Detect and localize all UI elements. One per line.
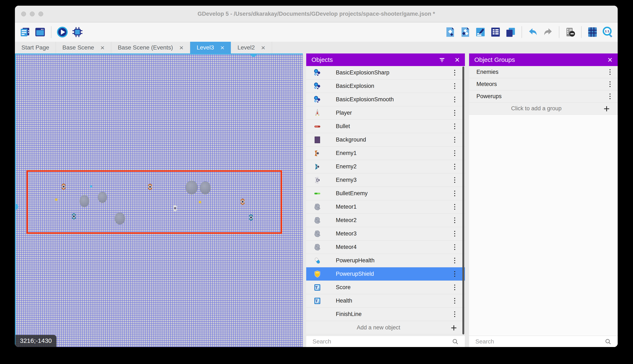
row-menu-icon[interactable]: [453, 256, 457, 265]
object-row-health[interactable]: TxHealth: [306, 294, 465, 308]
row-menu-icon[interactable]: [453, 270, 457, 278]
scene-canvas[interactable]: 3216;-1430: [15, 54, 303, 347]
search-icon[interactable]: [452, 338, 459, 345]
instance-enemy-teal[interactable]: [248, 214, 254, 221]
undo-button[interactable]: [526, 25, 540, 39]
tab-start-page[interactable]: Start Page: [15, 42, 56, 54]
row-menu-icon[interactable]: [453, 122, 457, 131]
object-row-enemy3[interactable]: Enemy3: [306, 174, 465, 187]
row-menu-icon[interactable]: [608, 68, 612, 76]
object-row-bulletenemy[interactable]: BulletEnemy: [306, 187, 465, 200]
redo-button[interactable]: [541, 25, 555, 39]
row-menu-icon[interactable]: [453, 189, 457, 198]
object-row-poweruphealth[interactable]: PowerupHealth: [306, 254, 465, 267]
object-row-meteor3[interactable]: Meteor3: [306, 227, 465, 240]
instance-enemy-orange[interactable]: [61, 183, 67, 190]
project-manager-button[interactable]: [18, 25, 32, 39]
scene-window-button[interactable]: [33, 25, 47, 39]
row-menu-icon[interactable]: [453, 176, 457, 184]
row-menu-icon[interactable]: [453, 283, 457, 292]
object-row-meteor2[interactable]: Meteor2: [306, 214, 465, 227]
vertical-scrollbar[interactable]: [15, 54, 16, 347]
layers-button[interactable]: [504, 25, 517, 39]
plus-icon[interactable]: +: [451, 322, 457, 333]
horizontal-scrollbar-thumb[interactable]: [250, 54, 257, 57]
panel-divider[interactable]: [303, 54, 306, 347]
search-icon[interactable]: [605, 338, 611, 345]
row-menu-icon[interactable]: [453, 229, 457, 238]
instance-meteor[interactable]: [200, 181, 211, 194]
zoom-1-1-button[interactable]: 1:1: [601, 25, 614, 39]
object-row-meteor4[interactable]: Meteor4: [306, 240, 465, 254]
object-row-bullet[interactable]: Bullet: [306, 120, 465, 133]
add-group-row[interactable]: Click to add a group +: [469, 102, 618, 115]
toggle-mask-button[interactable]: [563, 25, 577, 39]
instance-enemy-orange[interactable]: [239, 198, 246, 206]
tab-base-scene-events[interactable]: Base Scene (Events)×: [111, 42, 190, 54]
row-menu-icon[interactable]: [453, 108, 457, 118]
row-menu-icon[interactable]: [453, 149, 457, 158]
objects-editor-button[interactable]: [444, 25, 457, 39]
row-menu-icon[interactable]: [608, 80, 612, 89]
instance-meteor[interactable]: [98, 192, 107, 203]
objects-search-input[interactable]: [312, 338, 452, 345]
objects-list-scrollbar[interactable]: [462, 66, 464, 334]
object-row-powerupshield[interactable]: PowerupShield: [306, 267, 465, 281]
row-menu-icon[interactable]: [453, 310, 457, 319]
object-row-player[interactable]: Player: [306, 106, 465, 120]
group-row-powerups[interactable]: Powerups: [469, 90, 618, 102]
close-panel-icon[interactable]: ×: [607, 56, 612, 64]
row-menu-icon[interactable]: [453, 162, 457, 171]
panel-divider[interactable]: [465, 54, 469, 347]
close-window-icon[interactable]: [21, 12, 26, 16]
row-menu-icon[interactable]: [453, 135, 457, 144]
vertical-scrollbar-thumb[interactable]: [15, 204, 18, 210]
play-preview-button[interactable]: [56, 25, 69, 39]
object-row-basicexplosion[interactable]: BasicExplosion: [306, 80, 465, 93]
plus-icon[interactable]: +: [604, 103, 610, 114]
object-row-basicexplosionsharp[interactable]: BasicExplosionSharp: [306, 66, 465, 80]
group-row-meteors[interactable]: Meteors: [469, 78, 618, 90]
group-row-enemies[interactable]: Enemies: [469, 66, 618, 78]
instances-list-button[interactable]: [489, 25, 502, 39]
instance-meteor[interactable]: [186, 180, 198, 194]
tab-close-icon[interactable]: ×: [100, 44, 105, 51]
tab-level3[interactable]: Level3×: [190, 42, 231, 54]
instance-dot-yellow[interactable]: [55, 198, 58, 201]
object-row-enemy2[interactable]: Enemy2: [306, 160, 465, 174]
object-row-enemy1[interactable]: Enemy1: [306, 146, 465, 160]
instance-enemy-orange[interactable]: [147, 183, 153, 190]
groups-search-input[interactable]: [475, 338, 605, 345]
tab-close-icon[interactable]: ×: [261, 44, 265, 51]
object-row-score[interactable]: TxScore: [306, 281, 465, 294]
row-menu-icon[interactable]: [608, 92, 612, 101]
debug-button[interactable]: [71, 25, 84, 39]
object-row-basicexplosionsmooth[interactable]: BasicExplosionSmooth: [306, 93, 465, 106]
close-panel-icon[interactable]: ×: [455, 56, 460, 64]
row-menu-icon[interactable]: [453, 82, 457, 90]
row-menu-icon[interactable]: [453, 202, 457, 211]
row-menu-icon[interactable]: [453, 68, 457, 77]
filter-icon[interactable]: [438, 56, 446, 64]
row-menu-icon[interactable]: [453, 296, 457, 305]
add-object-row[interactable]: Add a new object +: [306, 321, 465, 334]
instance-dot-cyan[interactable]: [90, 186, 92, 188]
tab-close-icon[interactable]: ×: [220, 44, 225, 51]
horizontal-scrollbar[interactable]: [15, 54, 303, 54]
tab-level2[interactable]: Level2×: [231, 42, 272, 54]
maximize-window-icon[interactable]: [39, 12, 43, 16]
instance-dot-yellow[interactable]: [199, 201, 201, 204]
instance-enemy-gray[interactable]: [172, 204, 178, 212]
object-groups-editor-button[interactable]: [459, 25, 472, 39]
object-row-background[interactable]: Background: [306, 133, 465, 146]
minimize-window-icon[interactable]: [30, 12, 35, 16]
row-menu-icon[interactable]: [453, 216, 457, 225]
object-row-meteor1[interactable]: Meteor1: [306, 200, 465, 214]
properties-button[interactable]: [474, 25, 487, 39]
object-row-finishline[interactable]: FinishLine: [306, 308, 465, 321]
instance-enemy-teal[interactable]: [71, 212, 77, 220]
tab-base-scene[interactable]: Base Scene×: [56, 42, 111, 54]
instance-meteor[interactable]: [115, 212, 125, 224]
instance-meteor[interactable]: [80, 195, 89, 207]
row-menu-icon[interactable]: [453, 242, 457, 252]
